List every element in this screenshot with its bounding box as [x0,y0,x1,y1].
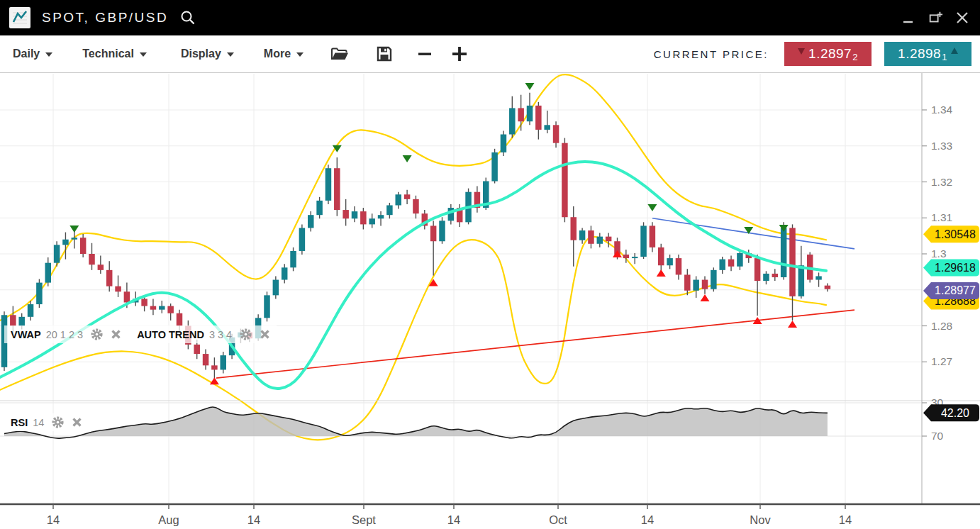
candle [325,168,332,201]
svg-text:42.20: 42.20 [941,407,969,419]
candle [632,257,638,258]
candle [141,299,147,306]
rsi-close-icon[interactable] [72,417,82,428]
candle [588,230,594,244]
auto-trend-close-icon[interactable] [260,329,270,340]
candle [89,254,95,264]
candle [299,228,306,250]
candle [676,258,682,274]
time-tick-label: 14 [47,513,60,526]
candle [194,345,200,354]
sell-signal-triangle-icon [403,155,412,162]
bid-price-box: 1.28972 [784,42,872,66]
price-tick-label: 1.31 [931,211,952,223]
candle [527,106,533,121]
chart-toolbar: Daily Technical Display More [0,35,980,73]
candle [693,280,699,291]
technical-menu[interactable]: Technical [82,48,147,60]
interval-menu[interactable]: Daily [13,48,52,60]
display-menu-label: Display [181,48,221,60]
current-price-label: CURRENT PRICE: [654,48,769,60]
candle [798,265,805,296]
time-tick-label: Oct [549,513,567,526]
price-tick-label: 1.34 [931,104,953,116]
price-down-arrow-icon [798,48,805,55]
price-up-arrow-icon [951,48,958,54]
candle [606,237,612,242]
candle [396,194,402,205]
zoom-in-icon[interactable] [451,45,468,62]
candle [579,230,586,240]
candle [360,211,366,224]
chevron-down-icon [140,52,147,57]
indicator-legend-row: VWAP 20 1 2 3 AUTO TREND 3 3 4 [4,325,277,343]
close-button[interactable] [954,10,970,26]
rsi-label: RSI [11,417,28,428]
candle [667,258,673,265]
candle [115,286,121,292]
zoom-out-icon[interactable] [417,46,433,62]
candle [316,201,323,215]
vwap-label: VWAP [11,329,41,340]
svg-text:1.30548: 1.30548 [935,228,976,240]
candle [177,313,183,326]
candle [343,210,349,218]
candle [719,260,725,270]
candle [789,228,796,296]
candle [273,280,279,296]
candle [203,354,209,365]
open-folder-icon[interactable] [330,46,349,62]
auto-trend-settings-gear-icon[interactable] [239,328,252,341]
candle [211,365,218,369]
candle [352,211,358,218]
candle [650,225,656,247]
popout-button[interactable] [928,10,943,26]
title-bar: SPOT, GBP/USD [0,0,980,35]
minimize-button[interactable] [901,10,916,26]
ask-price-pip: 1 [942,52,947,62]
more-menu[interactable]: More [264,48,304,60]
candle [544,125,550,130]
time-tick-label: 14 [447,513,460,526]
candle [18,317,25,326]
trading-app-window: SPOT, GBP/USD [0,0,980,529]
candle [728,260,735,267]
more-menu-label: More [264,48,291,60]
candle [501,135,507,152]
vwap-close-icon[interactable] [111,329,121,340]
sell-signal-triangle-icon [69,225,79,233]
candle [36,283,43,304]
sell-signal-triangle-icon [525,83,535,90]
candle [167,306,174,313]
symbol-title: SPOT, GBP/USD [42,10,168,26]
rsi-settings-gear-icon[interactable] [51,416,65,429]
moving-average-line [0,162,826,389]
bollinger-bands [0,74,826,440]
vwap-settings-gear-icon[interactable] [90,328,104,341]
price-tag: 1.28977 [923,282,979,299]
candle [491,152,498,182]
time-tick-label: Aug [158,513,179,526]
auto-trend-label: AUTO TREND [137,329,204,340]
resistance-trendline[interactable] [652,218,854,249]
buy-signal-triangle-icon [701,294,710,301]
candle [334,168,340,210]
price-chart[interactable]: 1.341.331.321.311.31.281.27703014Aug14Se… [0,0,980,529]
candle [553,125,559,143]
price-tick-label: 1.3 [931,247,947,260]
candle [518,108,524,121]
app-logo-icon [9,7,30,28]
candle [755,258,761,281]
buy-signal-triangle-icon [788,321,797,328]
save-icon[interactable] [376,45,393,62]
display-menu[interactable]: Display [181,48,234,60]
candle [308,215,314,228]
candle [290,251,296,267]
gridlines [0,74,922,503]
search-icon[interactable] [179,9,196,26]
candle [711,270,717,289]
candle [430,225,437,241]
candle [10,315,16,325]
candle [597,237,603,244]
candle [658,247,664,265]
